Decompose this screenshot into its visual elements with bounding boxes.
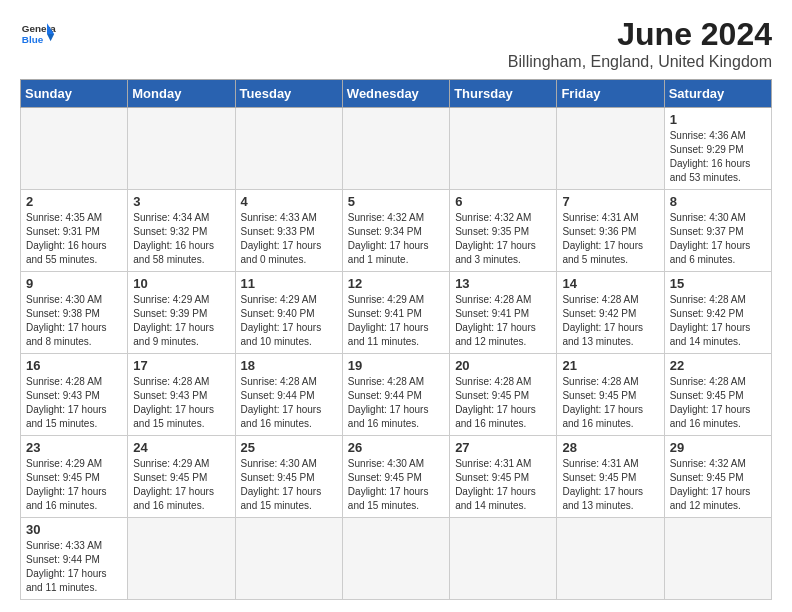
day-info: Sunrise: 4:34 AMSunset: 9:32 PMDaylight:… (133, 211, 229, 267)
calendar-cell (664, 518, 771, 600)
calendar-cell: 14Sunrise: 4:28 AMSunset: 9:42 PMDayligh… (557, 272, 664, 354)
calendar-cell: 1Sunrise: 4:36 AMSunset: 9:29 PMDaylight… (664, 108, 771, 190)
day-number: 13 (455, 276, 551, 291)
weekday-header-friday: Friday (557, 80, 664, 108)
calendar-cell: 13Sunrise: 4:28 AMSunset: 9:41 PMDayligh… (450, 272, 557, 354)
day-number: 22 (670, 358, 766, 373)
day-number: 26 (348, 440, 444, 455)
day-info: Sunrise: 4:29 AMSunset: 9:45 PMDaylight:… (133, 457, 229, 513)
day-number: 16 (26, 358, 122, 373)
day-info: Sunrise: 4:28 AMSunset: 9:45 PMDaylight:… (562, 375, 658, 431)
day-number: 6 (455, 194, 551, 209)
weekday-header-saturday: Saturday (664, 80, 771, 108)
calendar-cell (342, 518, 449, 600)
day-number: 23 (26, 440, 122, 455)
calendar-cell: 28Sunrise: 4:31 AMSunset: 9:45 PMDayligh… (557, 436, 664, 518)
weekday-header-monday: Monday (128, 80, 235, 108)
calendar-cell: 29Sunrise: 4:32 AMSunset: 9:45 PMDayligh… (664, 436, 771, 518)
calendar-cell (235, 518, 342, 600)
day-info: Sunrise: 4:29 AMSunset: 9:39 PMDaylight:… (133, 293, 229, 349)
calendar-week-row: 2Sunrise: 4:35 AMSunset: 9:31 PMDaylight… (21, 190, 772, 272)
day-number: 7 (562, 194, 658, 209)
day-number: 30 (26, 522, 122, 537)
day-info: Sunrise: 4:28 AMSunset: 9:42 PMDaylight:… (562, 293, 658, 349)
day-info: Sunrise: 4:28 AMSunset: 9:42 PMDaylight:… (670, 293, 766, 349)
day-number: 17 (133, 358, 229, 373)
calendar-cell: 6Sunrise: 4:32 AMSunset: 9:35 PMDaylight… (450, 190, 557, 272)
calendar-week-row: 9Sunrise: 4:30 AMSunset: 9:38 PMDaylight… (21, 272, 772, 354)
day-info: Sunrise: 4:30 AMSunset: 9:38 PMDaylight:… (26, 293, 122, 349)
calendar-cell: 20Sunrise: 4:28 AMSunset: 9:45 PMDayligh… (450, 354, 557, 436)
calendar-cell: 19Sunrise: 4:28 AMSunset: 9:44 PMDayligh… (342, 354, 449, 436)
svg-text:Blue: Blue (22, 34, 44, 45)
day-info: Sunrise: 4:35 AMSunset: 9:31 PMDaylight:… (26, 211, 122, 267)
weekday-header-thursday: Thursday (450, 80, 557, 108)
day-info: Sunrise: 4:30 AMSunset: 9:37 PMDaylight:… (670, 211, 766, 267)
weekday-header-tuesday: Tuesday (235, 80, 342, 108)
day-info: Sunrise: 4:32 AMSunset: 9:35 PMDaylight:… (455, 211, 551, 267)
calendar-cell: 22Sunrise: 4:28 AMSunset: 9:45 PMDayligh… (664, 354, 771, 436)
calendar-cell: 7Sunrise: 4:31 AMSunset: 9:36 PMDaylight… (557, 190, 664, 272)
calendar-cell (557, 108, 664, 190)
day-number: 24 (133, 440, 229, 455)
day-info: Sunrise: 4:33 AMSunset: 9:33 PMDaylight:… (241, 211, 337, 267)
calendar-cell: 24Sunrise: 4:29 AMSunset: 9:45 PMDayligh… (128, 436, 235, 518)
day-number: 8 (670, 194, 766, 209)
calendar-cell: 4Sunrise: 4:33 AMSunset: 9:33 PMDaylight… (235, 190, 342, 272)
calendar-cell: 5Sunrise: 4:32 AMSunset: 9:34 PMDaylight… (342, 190, 449, 272)
day-info: Sunrise: 4:32 AMSunset: 9:34 PMDaylight:… (348, 211, 444, 267)
calendar-cell: 26Sunrise: 4:30 AMSunset: 9:45 PMDayligh… (342, 436, 449, 518)
day-number: 15 (670, 276, 766, 291)
weekday-header-sunday: Sunday (21, 80, 128, 108)
calendar-cell (450, 108, 557, 190)
calendar-cell (128, 108, 235, 190)
day-number: 12 (348, 276, 444, 291)
day-number: 19 (348, 358, 444, 373)
day-info: Sunrise: 4:31 AMSunset: 9:45 PMDaylight:… (455, 457, 551, 513)
day-number: 2 (26, 194, 122, 209)
calendar-week-row: 16Sunrise: 4:28 AMSunset: 9:43 PMDayligh… (21, 354, 772, 436)
calendar-cell: 18Sunrise: 4:28 AMSunset: 9:44 PMDayligh… (235, 354, 342, 436)
title-area: June 2024 Billingham, England, United Ki… (508, 16, 772, 71)
day-number: 14 (562, 276, 658, 291)
day-number: 25 (241, 440, 337, 455)
day-number: 11 (241, 276, 337, 291)
day-info: Sunrise: 4:30 AMSunset: 9:45 PMDaylight:… (241, 457, 337, 513)
svg-marker-3 (47, 34, 54, 41)
calendar-cell: 15Sunrise: 4:28 AMSunset: 9:42 PMDayligh… (664, 272, 771, 354)
day-info: Sunrise: 4:28 AMSunset: 9:45 PMDaylight:… (455, 375, 551, 431)
calendar-cell: 3Sunrise: 4:34 AMSunset: 9:32 PMDaylight… (128, 190, 235, 272)
calendar-cell: 10Sunrise: 4:29 AMSunset: 9:39 PMDayligh… (128, 272, 235, 354)
calendar-cell (342, 108, 449, 190)
calendar-week-row: 23Sunrise: 4:29 AMSunset: 9:45 PMDayligh… (21, 436, 772, 518)
weekday-header-row: SundayMondayTuesdayWednesdayThursdayFrid… (21, 80, 772, 108)
day-number: 29 (670, 440, 766, 455)
calendar-cell: 12Sunrise: 4:29 AMSunset: 9:41 PMDayligh… (342, 272, 449, 354)
day-info: Sunrise: 4:29 AMSunset: 9:40 PMDaylight:… (241, 293, 337, 349)
day-info: Sunrise: 4:33 AMSunset: 9:44 PMDaylight:… (26, 539, 122, 595)
calendar-cell: 9Sunrise: 4:30 AMSunset: 9:38 PMDaylight… (21, 272, 128, 354)
day-info: Sunrise: 4:28 AMSunset: 9:44 PMDaylight:… (241, 375, 337, 431)
calendar-cell: 23Sunrise: 4:29 AMSunset: 9:45 PMDayligh… (21, 436, 128, 518)
calendar-cell: 8Sunrise: 4:30 AMSunset: 9:37 PMDaylight… (664, 190, 771, 272)
weekday-header-wednesday: Wednesday (342, 80, 449, 108)
calendar-cell: 2Sunrise: 4:35 AMSunset: 9:31 PMDaylight… (21, 190, 128, 272)
main-title: June 2024 (508, 16, 772, 53)
day-number: 4 (241, 194, 337, 209)
sub-title: Billingham, England, United Kingdom (508, 53, 772, 71)
calendar-cell: 27Sunrise: 4:31 AMSunset: 9:45 PMDayligh… (450, 436, 557, 518)
day-info: Sunrise: 4:29 AMSunset: 9:41 PMDaylight:… (348, 293, 444, 349)
calendar-week-row: 30Sunrise: 4:33 AMSunset: 9:44 PMDayligh… (21, 518, 772, 600)
day-number: 20 (455, 358, 551, 373)
day-info: Sunrise: 4:30 AMSunset: 9:45 PMDaylight:… (348, 457, 444, 513)
calendar-cell (21, 108, 128, 190)
day-info: Sunrise: 4:28 AMSunset: 9:41 PMDaylight:… (455, 293, 551, 349)
calendar-table: SundayMondayTuesdayWednesdayThursdayFrid… (20, 79, 772, 600)
day-number: 9 (26, 276, 122, 291)
day-info: Sunrise: 4:28 AMSunset: 9:44 PMDaylight:… (348, 375, 444, 431)
header: General Blue June 2024 Billingham, Engla… (20, 16, 772, 71)
day-info: Sunrise: 4:28 AMSunset: 9:45 PMDaylight:… (670, 375, 766, 431)
generalblue-logo-icon: General Blue (20, 16, 56, 52)
day-number: 21 (562, 358, 658, 373)
day-number: 28 (562, 440, 658, 455)
